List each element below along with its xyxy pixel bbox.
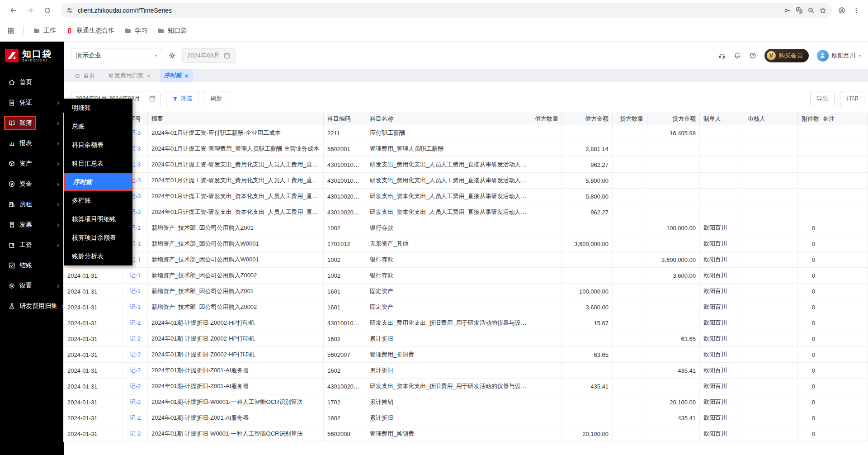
cell-debit_qty: [531, 125, 561, 141]
sidebar-item-rent[interactable]: 房租›: [0, 194, 64, 214]
notification-bell-icon[interactable]: [734, 52, 741, 59]
submenu-item-item-detail-ledger[interactable]: 核算项目明细账: [64, 210, 132, 228]
cell-name: 固定资产: [366, 299, 531, 315]
table-row: 2024-01-31记-1新增资产_技术部_因公司公用购入Z00021601固定…: [64, 299, 868, 315]
cell-credit: [647, 204, 700, 220]
tab-rd-collection[interactable]: 研发费用归集×: [104, 69, 155, 82]
cell-preparer: 欧阳百川: [700, 315, 744, 331]
submenu-item-time-series[interactable]: 序时账: [64, 173, 132, 191]
tab-close-icon[interactable]: ×: [146, 72, 151, 79]
tab-close-icon[interactable]: ×: [184, 72, 189, 79]
account-settings-gear-icon[interactable]: [169, 52, 176, 59]
tab-home[interactable]: 首页: [70, 69, 99, 82]
submenu-item-account-summary[interactable]: 科目汇总表: [64, 154, 132, 173]
cell-code: 5602008: [324, 426, 366, 442]
voucher-link[interactable]: 记-2: [123, 315, 148, 331]
cell-attach: 0: [798, 252, 819, 268]
voucher-link[interactable]: 记-2: [123, 410, 148, 426]
cell-debit_qty: [531, 189, 561, 204]
customer-service-icon[interactable]: [718, 52, 726, 59]
submenu-item-item-balance[interactable]: 核算项目余额表: [64, 228, 132, 247]
user-menu[interactable]: 欧阳百川 ▾: [817, 50, 861, 62]
sidebar-item-invoice[interactable]: 发票›: [0, 214, 64, 235]
cube-icon: [8, 160, 15, 167]
cell-credit: [647, 299, 700, 315]
chevron-right-icon: ›: [57, 119, 59, 127]
filter-button[interactable]: 筛选: [166, 91, 198, 106]
voucher-link[interactable]: 记-1: [123, 299, 148, 315]
cell-debit_qty: [531, 315, 561, 331]
cell-summary: 新增资产_技术部_因公司公用购入W0001: [148, 252, 324, 268]
cell-debit: 20,100.00: [561, 426, 613, 442]
sidebar-item-salary[interactable]: 工资›: [0, 235, 64, 255]
browser-menu-icon[interactable]: [853, 7, 860, 14]
cell-note: [819, 331, 868, 347]
cell-credit_qty: [613, 141, 647, 157]
cell-preparer: 欧阳百川: [700, 236, 744, 252]
zoom-icon[interactable]: [807, 7, 815, 14]
sidebar-item-settings[interactable]: 设置›: [0, 275, 64, 296]
bookmark-item[interactable]: 联通生态合作: [66, 27, 114, 35]
buy-vip-button[interactable]: V 购买会员: [764, 49, 809, 62]
voucher-link[interactable]: 记-1: [123, 284, 148, 299]
submenu-item-general-ledger[interactable]: 总账: [64, 117, 132, 136]
voucher-link[interactable]: 记-2: [123, 347, 148, 363]
submenu-item-aging-analysis[interactable]: 账龄分析表: [64, 247, 132, 265]
voucher-link[interactable]: 记-2: [123, 331, 148, 347]
voucher-link[interactable]: 记-2: [123, 426, 148, 442]
toolbar: 2024年01月-2024年03月 筛选 刷新 导出 打印: [64, 82, 868, 106]
site-settings-icon[interactable]: [66, 7, 73, 14]
submenu-item-detail-ledger[interactable]: 明细账: [64, 99, 132, 117]
export-button[interactable]: 导出: [810, 91, 835, 106]
voucher-link[interactable]: 记-2: [123, 394, 148, 410]
url-text[interactable]: client.zhikoudai.com/#TimeSeries: [78, 7, 779, 14]
browser-forward-button[interactable]: [24, 4, 37, 17]
sidebar-item-asset[interactable]: 资产›: [0, 153, 64, 174]
cell-note: [819, 363, 868, 379]
chevron-right-icon: ›: [57, 201, 59, 208]
period-display[interactable]: 2024年03月: [182, 48, 236, 63]
logo-subtext: ZHIKOUDAI: [22, 59, 52, 62]
sidebar-item-rd-collection[interactable]: 研发费用归集›: [0, 296, 64, 316]
tab-time-series[interactable]: 序时账×: [160, 69, 193, 82]
bookmarks-bar: 工作联通生态合作学习知口袋: [0, 20, 868, 42]
sidebar-item-closing[interactable]: 结账: [0, 255, 64, 275]
bookmark-item[interactable]: 学习: [124, 27, 147, 35]
sidebar-item-label: 设置: [19, 282, 32, 290]
cell-summary: 2024年01期-计提折旧-W0001-一种人工智能OCR识别算法: [148, 426, 324, 442]
table-row: 2024-01-31记-1新增资产_技术部_因公司公用购入W00011002银行…: [64, 252, 868, 268]
translate-icon[interactable]: [796, 7, 803, 14]
help-icon[interactable]: [749, 52, 756, 59]
browser-reload-button[interactable]: [41, 4, 54, 17]
bookmark-item[interactable]: 知口袋: [157, 27, 187, 35]
profile-icon[interactable]: [838, 7, 845, 14]
sidebar-item-report[interactable]: 报表›: [0, 133, 64, 153]
submenu-item-multi-column[interactable]: 多栏账: [64, 191, 132, 210]
voucher-link[interactable]: 记-1: [123, 268, 148, 284]
address-bar[interactable]: client.zhikoudai.com/#TimeSeries: [61, 3, 832, 18]
bookmark-item[interactable]: 工作: [33, 27, 56, 35]
sidebar-item-ledger[interactable]: 账簿›: [0, 113, 64, 133]
voucher-link[interactable]: 记-2: [123, 379, 148, 394]
cell-credit: 63.65: [647, 331, 700, 347]
company-select[interactable]: 演示企业 ▾: [71, 48, 162, 63]
browser-back-button[interactable]: [6, 4, 20, 17]
cell-name: 管理费用_摊销费: [366, 426, 531, 442]
sidebar-item-voucher[interactable]: 凭证›: [0, 92, 64, 113]
apps-grid-icon[interactable]: [7, 27, 14, 34]
print-button[interactable]: 打印: [840, 91, 864, 106]
cell-summary: 2024年01月计提工资-研发支出_资本化支出_人员人工费用_直接从事研发活动人…: [148, 204, 324, 220]
refresh-button[interactable]: 刷新: [204, 91, 228, 106]
browser-chrome: client.zhikoudai.com/#TimeSeries: [0, 0, 868, 20]
cell-attach: [798, 204, 819, 220]
submenu-item-account-balance[interactable]: 科目余额表: [64, 136, 132, 154]
cell-preparer: 欧阳百川: [700, 299, 744, 315]
sidebar-item-home[interactable]: 首页: [0, 72, 64, 92]
bookmark-star-icon[interactable]: [819, 7, 826, 14]
column-header-code: 科目编码: [324, 113, 366, 125]
sidebar-item-fund[interactable]: 资金›: [0, 174, 64, 194]
app-logo[interactable]: 知口袋 ZHIKOUDAI: [0, 42, 64, 69]
chevron-right-icon: ›: [57, 242, 59, 249]
passkey-icon[interactable]: [784, 7, 791, 14]
voucher-link[interactable]: 记-2: [123, 363, 148, 379]
